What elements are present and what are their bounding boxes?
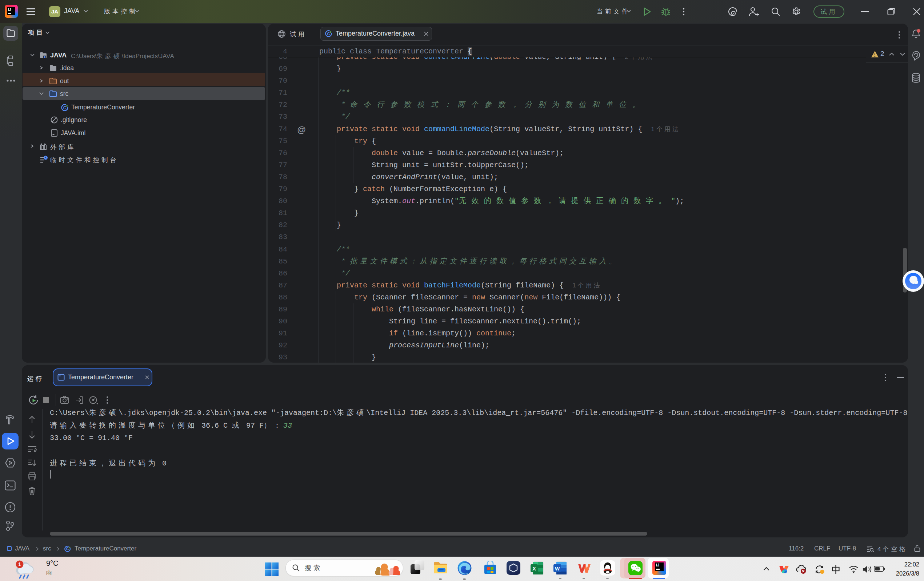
svg-text:C: C [63, 105, 66, 110]
svg-text:C: C [327, 31, 330, 36]
svg-text:1: 1 [18, 561, 21, 567]
svg-text:W: W [555, 566, 560, 571]
svg-text:X: X [532, 565, 536, 571]
